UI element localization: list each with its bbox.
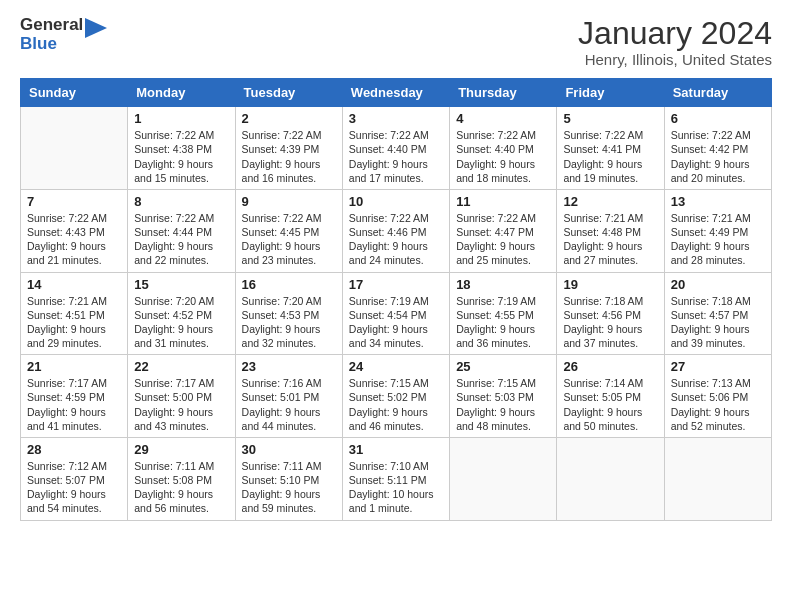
- page-title: January 2024: [578, 16, 772, 51]
- day-info: Sunrise: 7:22 AM Sunset: 4:44 PM Dayligh…: [134, 211, 228, 268]
- day-number: 18: [456, 277, 550, 292]
- table-row: 9Sunrise: 7:22 AM Sunset: 4:45 PM Daylig…: [235, 189, 342, 272]
- col-thursday: Thursday: [450, 79, 557, 107]
- table-row: 16Sunrise: 7:20 AM Sunset: 4:53 PM Dayli…: [235, 272, 342, 355]
- table-row: 2Sunrise: 7:22 AM Sunset: 4:39 PM Daylig…: [235, 107, 342, 190]
- table-row: 25Sunrise: 7:15 AM Sunset: 5:03 PM Dayli…: [450, 355, 557, 438]
- day-number: 19: [563, 277, 657, 292]
- day-info: Sunrise: 7:11 AM Sunset: 5:10 PM Dayligh…: [242, 459, 336, 516]
- day-info: Sunrise: 7:22 AM Sunset: 4:39 PM Dayligh…: [242, 128, 336, 185]
- day-info: Sunrise: 7:21 AM Sunset: 4:49 PM Dayligh…: [671, 211, 765, 268]
- day-info: Sunrise: 7:14 AM Sunset: 5:05 PM Dayligh…: [563, 376, 657, 433]
- day-info: Sunrise: 7:20 AM Sunset: 4:53 PM Dayligh…: [242, 294, 336, 351]
- day-info: Sunrise: 7:13 AM Sunset: 5:06 PM Dayligh…: [671, 376, 765, 433]
- day-number: 17: [349, 277, 443, 292]
- table-row: 12Sunrise: 7:21 AM Sunset: 4:48 PM Dayli…: [557, 189, 664, 272]
- day-number: 16: [242, 277, 336, 292]
- day-info: Sunrise: 7:22 AM Sunset: 4:45 PM Dayligh…: [242, 211, 336, 268]
- day-info: Sunrise: 7:18 AM Sunset: 4:56 PM Dayligh…: [563, 294, 657, 351]
- day-number: 26: [563, 359, 657, 374]
- day-number: 3: [349, 111, 443, 126]
- day-number: 5: [563, 111, 657, 126]
- day-number: 6: [671, 111, 765, 126]
- table-row: [557, 437, 664, 520]
- day-number: 24: [349, 359, 443, 374]
- table-row: 18Sunrise: 7:19 AM Sunset: 4:55 PM Dayli…: [450, 272, 557, 355]
- day-number: 21: [27, 359, 121, 374]
- day-number: 9: [242, 194, 336, 209]
- table-row: 11Sunrise: 7:22 AM Sunset: 4:47 PM Dayli…: [450, 189, 557, 272]
- day-info: Sunrise: 7:22 AM Sunset: 4:43 PM Dayligh…: [27, 211, 121, 268]
- table-row: 15Sunrise: 7:20 AM Sunset: 4:52 PM Dayli…: [128, 272, 235, 355]
- day-info: Sunrise: 7:22 AM Sunset: 4:42 PM Dayligh…: [671, 128, 765, 185]
- day-number: 7: [27, 194, 121, 209]
- day-number: 11: [456, 194, 550, 209]
- day-info: Sunrise: 7:17 AM Sunset: 5:00 PM Dayligh…: [134, 376, 228, 433]
- day-info: Sunrise: 7:19 AM Sunset: 4:55 PM Dayligh…: [456, 294, 550, 351]
- table-row: 26Sunrise: 7:14 AM Sunset: 5:05 PM Dayli…: [557, 355, 664, 438]
- table-row: 27Sunrise: 7:13 AM Sunset: 5:06 PM Dayli…: [664, 355, 771, 438]
- svg-marker-0: [85, 18, 107, 38]
- table-row: 5Sunrise: 7:22 AM Sunset: 4:41 PM Daylig…: [557, 107, 664, 190]
- day-info: Sunrise: 7:10 AM Sunset: 5:11 PM Dayligh…: [349, 459, 443, 516]
- day-number: 14: [27, 277, 121, 292]
- day-info: Sunrise: 7:21 AM Sunset: 4:51 PM Dayligh…: [27, 294, 121, 351]
- day-info: Sunrise: 7:18 AM Sunset: 4:57 PM Dayligh…: [671, 294, 765, 351]
- day-info: Sunrise: 7:12 AM Sunset: 5:07 PM Dayligh…: [27, 459, 121, 516]
- table-row: 28Sunrise: 7:12 AM Sunset: 5:07 PM Dayli…: [21, 437, 128, 520]
- table-row: 31Sunrise: 7:10 AM Sunset: 5:11 PM Dayli…: [342, 437, 449, 520]
- col-tuesday: Tuesday: [235, 79, 342, 107]
- table-row: [664, 437, 771, 520]
- logo: General Blue: [20, 16, 107, 53]
- calendar: Sunday Monday Tuesday Wednesday Thursday…: [20, 78, 772, 520]
- day-info: Sunrise: 7:22 AM Sunset: 4:40 PM Dayligh…: [349, 128, 443, 185]
- table-row: 22Sunrise: 7:17 AM Sunset: 5:00 PM Dayli…: [128, 355, 235, 438]
- day-info: Sunrise: 7:22 AM Sunset: 4:46 PM Dayligh…: [349, 211, 443, 268]
- day-info: Sunrise: 7:22 AM Sunset: 4:47 PM Dayligh…: [456, 211, 550, 268]
- day-number: 28: [27, 442, 121, 457]
- col-saturday: Saturday: [664, 79, 771, 107]
- day-number: 23: [242, 359, 336, 374]
- table-row: 24Sunrise: 7:15 AM Sunset: 5:02 PM Dayli…: [342, 355, 449, 438]
- day-number: 30: [242, 442, 336, 457]
- table-row: 20Sunrise: 7:18 AM Sunset: 4:57 PM Dayli…: [664, 272, 771, 355]
- day-number: 29: [134, 442, 228, 457]
- calendar-week-row: 28Sunrise: 7:12 AM Sunset: 5:07 PM Dayli…: [21, 437, 772, 520]
- col-wednesday: Wednesday: [342, 79, 449, 107]
- table-row: 10Sunrise: 7:22 AM Sunset: 4:46 PM Dayli…: [342, 189, 449, 272]
- table-row: 7Sunrise: 7:22 AM Sunset: 4:43 PM Daylig…: [21, 189, 128, 272]
- calendar-week-row: 14Sunrise: 7:21 AM Sunset: 4:51 PM Dayli…: [21, 272, 772, 355]
- table-row: 4Sunrise: 7:22 AM Sunset: 4:40 PM Daylig…: [450, 107, 557, 190]
- table-row: 1Sunrise: 7:22 AM Sunset: 4:38 PM Daylig…: [128, 107, 235, 190]
- day-info: Sunrise: 7:22 AM Sunset: 4:40 PM Dayligh…: [456, 128, 550, 185]
- col-sunday: Sunday: [21, 79, 128, 107]
- day-info: Sunrise: 7:17 AM Sunset: 4:59 PM Dayligh…: [27, 376, 121, 433]
- day-number: 20: [671, 277, 765, 292]
- day-info: Sunrise: 7:15 AM Sunset: 5:02 PM Dayligh…: [349, 376, 443, 433]
- table-row: 30Sunrise: 7:11 AM Sunset: 5:10 PM Dayli…: [235, 437, 342, 520]
- table-row: 14Sunrise: 7:21 AM Sunset: 4:51 PM Dayli…: [21, 272, 128, 355]
- table-row: 17Sunrise: 7:19 AM Sunset: 4:54 PM Dayli…: [342, 272, 449, 355]
- col-monday: Monday: [128, 79, 235, 107]
- page: General Blue January 2024 Henry, Illinoi…: [0, 0, 792, 612]
- day-number: 10: [349, 194, 443, 209]
- day-number: 22: [134, 359, 228, 374]
- table-row: 8Sunrise: 7:22 AM Sunset: 4:44 PM Daylig…: [128, 189, 235, 272]
- table-row: 3Sunrise: 7:22 AM Sunset: 4:40 PM Daylig…: [342, 107, 449, 190]
- day-info: Sunrise: 7:21 AM Sunset: 4:48 PM Dayligh…: [563, 211, 657, 268]
- day-number: 15: [134, 277, 228, 292]
- day-number: 1: [134, 111, 228, 126]
- table-row: 13Sunrise: 7:21 AM Sunset: 4:49 PM Dayli…: [664, 189, 771, 272]
- calendar-week-row: 1Sunrise: 7:22 AM Sunset: 4:38 PM Daylig…: [21, 107, 772, 190]
- day-info: Sunrise: 7:11 AM Sunset: 5:08 PM Dayligh…: [134, 459, 228, 516]
- table-row: [450, 437, 557, 520]
- day-number: 4: [456, 111, 550, 126]
- day-number: 2: [242, 111, 336, 126]
- table-row: 23Sunrise: 7:16 AM Sunset: 5:01 PM Dayli…: [235, 355, 342, 438]
- calendar-week-row: 7Sunrise: 7:22 AM Sunset: 4:43 PM Daylig…: [21, 189, 772, 272]
- title-area: January 2024 Henry, Illinois, United Sta…: [578, 16, 772, 68]
- day-number: 8: [134, 194, 228, 209]
- table-row: 21Sunrise: 7:17 AM Sunset: 4:59 PM Dayli…: [21, 355, 128, 438]
- table-row: 19Sunrise: 7:18 AM Sunset: 4:56 PM Dayli…: [557, 272, 664, 355]
- day-number: 25: [456, 359, 550, 374]
